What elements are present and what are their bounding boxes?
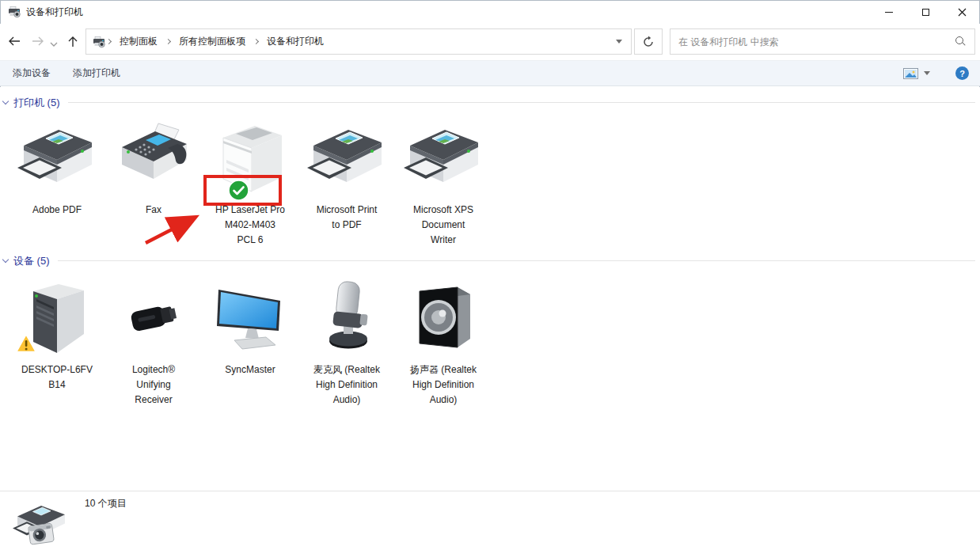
- items-view: 打印机 (5) Adobe PDF Fax HP LaserJet Pro M4…: [0, 87, 980, 491]
- monitor-icon: [211, 279, 290, 355]
- fax-machine-icon: [114, 119, 193, 195]
- recent-pages-dropdown[interactable]: [49, 36, 59, 52]
- maximize-icon: [922, 9, 929, 16]
- device-label: 扬声器 (Realtek High Definition Audio): [410, 362, 477, 408]
- device-label: HP LaserJet Pro M402-M403 PCL 6: [215, 203, 285, 248]
- window-title: 设备和打印机: [26, 6, 83, 19]
- search-box: [670, 28, 975, 55]
- speaker-icon: [404, 279, 483, 355]
- chevron-right-icon[interactable]: [253, 39, 259, 44]
- devices-and-printers-large-icon: [13, 498, 70, 547]
- navigation-bar: 控制面板 所有控制面板项 设备和打印机: [0, 24, 980, 60]
- forward-button[interactable]: [30, 33, 46, 49]
- refresh-icon: [642, 36, 655, 48]
- devices-and-printers-window: 设备和打印机 控制面板 所有控制: [0, 0, 980, 550]
- device-label: SyncMaster: [225, 362, 275, 377]
- up-button[interactable]: [65, 33, 81, 49]
- inkjet-printer-icon: [404, 119, 483, 195]
- breadcrumb-all-items[interactable]: 所有控制面板项: [172, 35, 253, 48]
- device-tile[interactable]: Logitech® Unifying Receiver: [105, 279, 202, 408]
- inkjet-printer-icon: [17, 119, 97, 195]
- group-rule: [58, 260, 976, 261]
- devices-row: DESKTOP-L6FV B14 Logitech® Unifying Rece…: [9, 279, 492, 408]
- warning-icon: [16, 334, 36, 353]
- device-tile[interactable]: 麦克风 (Realtek High Definition Audio): [298, 279, 395, 408]
- chevron-down-icon: [924, 71, 930, 75]
- close-button[interactable]: [944, 0, 980, 24]
- chevron-right-icon[interactable]: [106, 39, 112, 44]
- status-bar: 10 个项目: [0, 491, 980, 550]
- device-label: DESKTOP-L6FV B14: [21, 362, 93, 393]
- chevron-right-icon[interactable]: [165, 39, 171, 44]
- device-tile[interactable]: SyncMaster: [202, 279, 298, 408]
- group-header-devices[interactable]: 设备 (5): [3, 254, 975, 267]
- annotation-red-box: [203, 175, 282, 206]
- device-label: Logitech® Unifying Receiver: [132, 362, 175, 408]
- minimize-icon: [885, 12, 893, 13]
- item-count: 10 个项目: [85, 497, 127, 510]
- change-view-button[interactable]: [903, 68, 930, 79]
- maximize-button[interactable]: [907, 0, 944, 24]
- device-tile[interactable]: 扬声器 (Realtek High Definition Audio): [395, 279, 492, 408]
- help-button[interactable]: ?: [955, 66, 969, 80]
- address-bar[interactable]: 控制面板 所有控制面板项 设备和打印机: [85, 28, 632, 55]
- search-icon[interactable]: [954, 36, 967, 48]
- breadcrumb-devices-printers[interactable]: 设备和打印机: [260, 35, 331, 48]
- group-rule: [68, 102, 976, 103]
- group-header-printers[interactable]: 打印机 (5): [3, 96, 975, 109]
- back-button[interactable]: [6, 33, 22, 49]
- search-input[interactable]: [670, 36, 954, 47]
- devices-and-printers-icon: [93, 36, 105, 48]
- minimize-button[interactable]: [871, 0, 907, 24]
- close-icon: [958, 8, 967, 17]
- collapse-chevron-icon: [2, 256, 9, 263]
- device-tile[interactable]: DESKTOP-L6FV B14: [9, 279, 105, 408]
- add-device-button[interactable]: 添加设备: [13, 66, 51, 80]
- add-printer-button[interactable]: 添加打印机: [73, 66, 120, 80]
- inkjet-printer-icon: [307, 119, 386, 195]
- microphone-icon: [307, 279, 386, 355]
- device-label: Microsoft XPS Document Writer: [413, 203, 473, 248]
- device-label: 麦克风 (Realtek High Definition Audio): [313, 362, 380, 408]
- chevron-down-icon: [616, 40, 622, 44]
- app-icon: [8, 6, 21, 18]
- titlebar: 设备和打印机: [0, 0, 980, 24]
- device-label: Adobe PDF: [32, 203, 82, 218]
- refresh-button[interactable]: [634, 28, 663, 55]
- device-tile[interactable]: Microsoft Print to PDF: [298, 119, 395, 248]
- device-tile[interactable]: Adobe PDF: [9, 119, 105, 248]
- breadcrumb-control-panel[interactable]: 控制面板: [112, 35, 165, 48]
- annotation-red-arrow: [135, 206, 210, 252]
- group-title-printers: 打印机 (5): [13, 96, 60, 110]
- usb-receiver-icon: [114, 279, 193, 355]
- view-thumbnails-icon: [903, 68, 918, 79]
- address-dropdown-button[interactable]: [607, 29, 631, 54]
- group-title-devices: 设备 (5): [13, 254, 50, 268]
- device-tile[interactable]: Microsoft XPS Document Writer: [395, 119, 492, 248]
- collapse-chevron-icon: [2, 98, 9, 104]
- command-toolbar: 添加设备 添加打印机 ?: [0, 60, 980, 86]
- device-label: Microsoft Print to PDF: [317, 203, 378, 233]
